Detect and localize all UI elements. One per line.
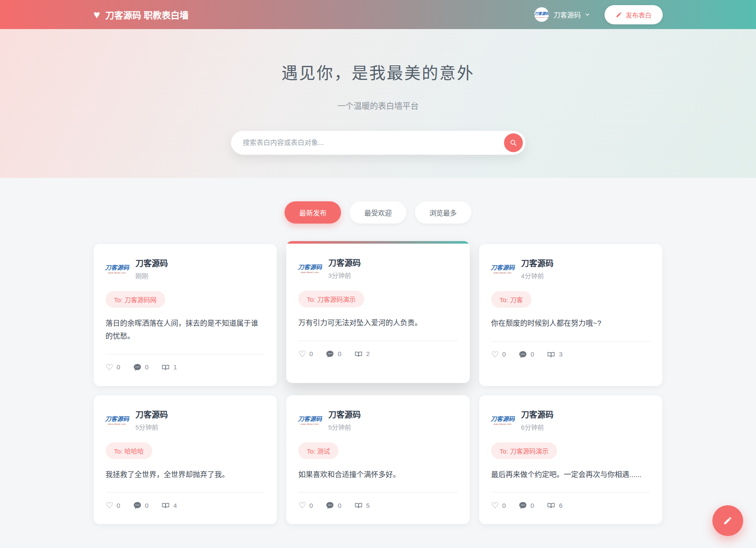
views-stat: 5 [354, 501, 370, 510]
like-count: 0 [309, 350, 313, 357]
user-name: 刀客源码 [553, 9, 581, 20]
comment-stat[interactable]: 0 [133, 501, 148, 510]
post-time: 6分钟前 [521, 422, 554, 431]
avatar: 刀客源码 www.dkewl.com [298, 408, 321, 431]
search-input[interactable] [243, 131, 504, 155]
avatar-logo-text: 刀客源码 [491, 263, 515, 271]
confession-card[interactable]: 刀客源码 www.dkewl.com 刀客源码 刚刚 To: 刀客源码网 落日的… [94, 244, 277, 386]
pencil-icon [616, 12, 622, 18]
avatar-logo-subtext: www.dkewl.com [494, 271, 512, 274]
comment-icon [519, 501, 527, 510]
avatar-logo-text: 刀客源码 [105, 414, 129, 423]
hero-title: 遇见你，是我最美的意外 [0, 60, 756, 83]
author-name: 刀客源码 [328, 256, 361, 268]
confession-text: 如果喜欢和合适撞个满怀多好。 [298, 468, 458, 481]
pencil-icon [723, 516, 732, 525]
like-stat[interactable]: ♡ 0 [298, 350, 313, 358]
comment-icon [133, 363, 142, 371]
like-count: 0 [116, 363, 120, 371]
confession-card[interactable]: 刀客源码 www.dkewl.com 刀客源码 4分钟前 To: 刀客 你在颓废… [479, 244, 663, 386]
like-stat[interactable]: ♡ 0 [491, 501, 506, 510]
user-menu[interactable]: 刀客源码 www.dkewl.com 刀客源码 [534, 7, 590, 22]
like-count: 0 [309, 502, 313, 509]
heart-outline-icon: ♡ [491, 501, 499, 510]
like-stat[interactable]: ♡ 0 [298, 501, 313, 510]
view-count: 6 [559, 502, 562, 509]
search-bar [231, 131, 525, 155]
chevron-down-icon [585, 12, 590, 17]
card-stats: ♡ 0 0 6 [491, 492, 651, 510]
avatar-logo-text: 刀客源码 [105, 263, 129, 271]
author-name: 刀客源码 [521, 408, 554, 420]
view-count: 2 [366, 350, 370, 357]
author-name: 刀客源码 [521, 257, 554, 268]
like-stat[interactable]: ♡ 0 [106, 501, 120, 510]
tab-latest[interactable]: 最新发布 [285, 201, 341, 224]
comment-icon [326, 350, 334, 358]
to-badge: To: 测试 [298, 442, 338, 459]
comment-stat[interactable]: 0 [133, 363, 148, 371]
views-icon [354, 501, 363, 510]
like-stat[interactable]: ♡ 0 [106, 363, 120, 371]
confession-text: 你在颓废的时候别人都在努力哦~? [491, 317, 651, 330]
to-badge: To: 刀客 [491, 291, 531, 308]
like-stat[interactable]: ♡ 0 [491, 350, 506, 359]
heart-outline-icon: ♡ [298, 501, 306, 510]
avatar-logo-subtext: www.dkewl.com [108, 271, 126, 274]
cards-grid: 刀客源码 www.dkewl.com 刀客源码 刚刚 To: 刀客源码网 落日的… [94, 244, 663, 541]
views-stat: 6 [547, 501, 562, 510]
post-time: 3分钟前 [328, 271, 361, 280]
filter-tabs: 最新发布 最受欢迎 浏览最多 [94, 178, 663, 224]
comment-stat[interactable]: 0 [519, 501, 534, 510]
avatar-logo-subtext: www.dkewl.com [494, 423, 512, 425]
confession-card[interactable]: 刀客源码 www.dkewl.com 刀客源码 5分钟前 To: 测试 如果喜欢… [286, 395, 470, 524]
avatar-logo-text: 刀客源码 [298, 414, 322, 423]
publish-label: 发布表白 [626, 10, 651, 19]
comment-stat[interactable]: 0 [519, 350, 534, 359]
card-accent-bar [286, 241, 470, 244]
views-icon [547, 501, 555, 510]
comment-icon [519, 350, 527, 359]
confession-card[interactable]: 刀客源码 www.dkewl.com 刀客源码 6分钟前 To: 刀客源码演示 … [479, 395, 663, 524]
search-icon [509, 138, 518, 147]
user-avatar: 刀客源码 www.dkewl.com [534, 7, 549, 22]
view-count: 4 [173, 502, 177, 509]
view-count: 3 [559, 351, 562, 358]
card-stats: ♡ 0 0 2 [298, 341, 458, 358]
post-time: 5分钟前 [136, 422, 168, 431]
post-time: 5分钟前 [328, 422, 361, 431]
confession-text: 最后再来做个约定吧。一定会再次与你相遇...... [491, 468, 651, 481]
tab-most-viewed[interactable]: 浏览最多 [415, 201, 471, 224]
avatar: 刀客源码 www.dkewl.com [491, 408, 514, 431]
comment-count: 0 [338, 350, 341, 357]
hero-section: 遇见你，是我最美的意外 一个温暖的表白墙平台 [0, 29, 756, 178]
view-count: 5 [366, 502, 370, 509]
heart-outline-icon: ♡ [491, 350, 499, 359]
post-time: 4分钟前 [521, 271, 554, 280]
comment-stat[interactable]: 0 [326, 350, 341, 358]
card-stats: ♡ 0 0 5 [298, 492, 458, 510]
confession-card[interactable]: 刀客源码 www.dkewl.com 刀客源码 5分钟前 To: 哈哈哈 我拯救… [94, 395, 277, 524]
views-icon [161, 363, 170, 371]
card-stats: ♡ 0 0 3 [491, 342, 651, 359]
views-stat: 3 [547, 350, 562, 359]
comment-icon [326, 501, 334, 510]
author-name: 刀客源码 [136, 257, 168, 268]
fab-publish-button[interactable] [712, 505, 743, 536]
publish-button[interactable]: 发布表白 [605, 5, 662, 24]
comment-stat[interactable]: 0 [326, 501, 341, 510]
avatar-logo-subtext: www.dkewl.com [534, 16, 549, 18]
avatar-logo-subtext: www.dkewl.com [108, 423, 126, 425]
confession-text: 万有引力可无法对坠入爱河的人负责。 [298, 317, 458, 330]
to-badge: To: 刀客源码演示 [298, 291, 364, 307]
views-icon [354, 350, 363, 358]
search-button[interactable] [504, 133, 523, 152]
avatar-logo-subtext: www.dkewl.com [301, 271, 319, 274]
card-stats: ♡ 0 0 4 [106, 492, 265, 510]
brand-title: 刀客源码 职教表白墙 [105, 8, 189, 21]
confession-card[interactable]: 刀客源码 www.dkewl.com 刀客源码 3分钟前 To: 刀客源码演示 … [286, 241, 470, 383]
avatar-logo-text: 刀客源码 [534, 11, 549, 16]
comment-count: 0 [145, 502, 148, 509]
tab-popular[interactable]: 最受欢迎 [350, 201, 406, 224]
views-icon [161, 501, 170, 510]
